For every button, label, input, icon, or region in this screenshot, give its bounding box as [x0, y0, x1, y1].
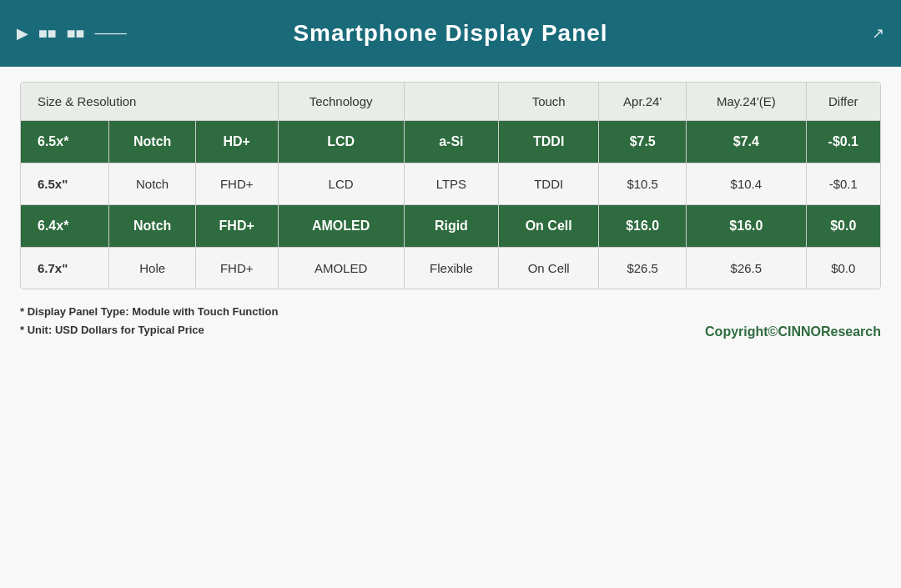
cell-resolution: FHD+	[195, 248, 278, 289]
cell-size: 6.4x*	[21, 205, 109, 248]
cell-notch: Notch	[109, 205, 195, 248]
main-content: Size & Resolution Technology Touch Apr.2…	[0, 67, 901, 588]
cell-size: 6.5x*	[21, 121, 109, 163]
cell-backplane: a-Si	[404, 121, 498, 163]
cell-touch: TDDI	[499, 121, 599, 163]
cell-resolution: FHD+	[195, 163, 278, 205]
col-technology: Technology	[278, 83, 404, 121]
footnote-line1: * Display Panel Type: Module with Touch …	[20, 303, 278, 321]
cell-may24e: $7.4	[687, 121, 806, 163]
footnote-text: * Display Panel Type: Module with Touch …	[20, 303, 278, 339]
copyright-text: Copyright©CINNOResearch	[705, 324, 881, 339]
col-may24e: May.24'(E)	[687, 83, 806, 121]
header-icons-left: ▶ ■■ ■■ ───	[17, 24, 127, 43]
cell-may24e: $26.5	[687, 248, 806, 289]
page-title: Smartphone Display Panel	[293, 20, 607, 47]
cell-diff: -$0.1	[806, 121, 880, 163]
cell-notch: Notch	[109, 163, 195, 205]
cell-apr24: $10.5	[599, 163, 687, 205]
table-header-row: Size & Resolution Technology Touch Apr.2…	[21, 83, 880, 121]
col-touch: Touch	[499, 83, 599, 121]
cell-size: 6.7x"	[21, 248, 109, 289]
table-row: 6.4x*NotchFHD+AMOLEDRigidOn Cell$16.0$16…	[21, 205, 880, 248]
cell-technology: AMOLED	[278, 205, 404, 248]
col-apr24: Apr.24'	[599, 83, 687, 121]
cell-notch: Hole	[109, 248, 195, 289]
footnote-line2: * Unit: USD Dollars for Typical Price	[20, 321, 278, 339]
table-row: 6.5x*NotchHD+LCDa-SiTDDI$7.5$7.4-$0.1	[21, 121, 880, 163]
cell-touch: On Cell	[499, 248, 599, 289]
cell-technology: LCD	[278, 121, 404, 163]
cell-resolution: HD+	[195, 121, 278, 163]
col-size-resolution: Size & Resolution	[21, 83, 278, 121]
data-table-container: Size & Resolution Technology Touch Apr.2…	[20, 82, 881, 289]
col-diff: Differ	[806, 83, 880, 121]
footnotes-section: * Display Panel Type: Module with Touch …	[20, 303, 881, 339]
cell-diff: $0.0	[806, 248, 880, 289]
cell-diff: -$0.1	[806, 163, 880, 205]
cell-size: 6.5x"	[21, 163, 109, 205]
cell-apr24: $16.0	[599, 205, 687, 248]
cell-apr24: $7.5	[599, 121, 687, 163]
display-panel-table: Size & Resolution Technology Touch Apr.2…	[21, 83, 880, 289]
cursor-icon: ▶	[17, 24, 28, 43]
share-icon[interactable]: ↗	[872, 24, 884, 43]
menu-icon: ───	[95, 25, 127, 43]
cell-backplane: LTPS	[404, 163, 498, 205]
cell-technology: LCD	[278, 163, 404, 205]
table-row: 6.5x"NotchFHD+LCDLTPSTDDI$10.5$10.4-$0.1	[21, 163, 880, 205]
grid-icon1: ■■	[38, 25, 57, 43]
cell-touch: On Cell	[499, 205, 599, 248]
cell-resolution: FHD+	[195, 205, 278, 248]
cell-may24e: $16.0	[687, 205, 806, 248]
cell-apr24: $26.5	[599, 248, 687, 289]
cell-notch: Notch	[109, 121, 195, 163]
cell-may24e: $10.4	[687, 163, 806, 205]
cell-backplane: Rigid	[404, 205, 498, 248]
cell-technology: AMOLED	[278, 248, 404, 289]
table-row: 6.7x"HoleFHD+AMOLEDFlexibleOn Cell$26.5$…	[21, 248, 880, 289]
cell-touch: TDDI	[499, 163, 599, 205]
cell-diff: $0.0	[806, 205, 880, 248]
app-header: ▶ ■■ ■■ ─── Smartphone Display Panel ↗	[0, 0, 901, 67]
col-backplane	[404, 83, 498, 121]
grid-icon2: ■■	[67, 25, 85, 43]
cell-backplane: Flexible	[404, 248, 498, 289]
